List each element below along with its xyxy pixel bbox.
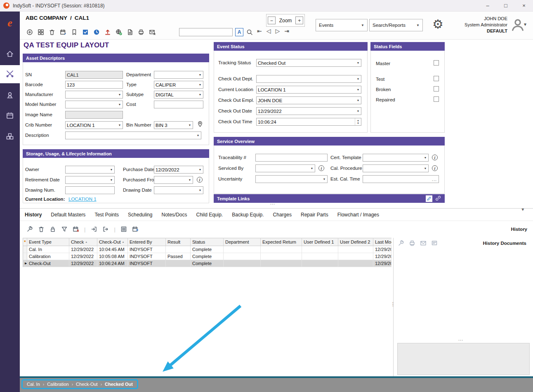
es-current-location-combo[interactable]: LOCATION 1▼ <box>256 86 361 94</box>
est-cal-time-field[interactable]: ... <box>363 175 439 183</box>
drawing-date-combo[interactable]: ▼ <box>154 186 203 194</box>
list-view-icon[interactable] <box>120 225 128 233</box>
sidebar-item-home[interactable] <box>0 45 20 63</box>
table-cell[interactable]: 10:04:45 AM <box>97 246 128 253</box>
tab-scheduling[interactable]: Scheduling <box>128 212 152 218</box>
table-cell[interactable]: Passed <box>166 253 191 260</box>
col-department[interactable]: Department <box>224 238 261 246</box>
tab-charges[interactable]: Charges <box>273 212 292 218</box>
barcode-field[interactable] <box>65 81 123 89</box>
events-dropdown[interactable]: Events ▼ <box>316 19 368 31</box>
col-check-in[interactable]: Check▲ <box>69 238 97 246</box>
table-cell[interactable]: 10:06:24 AM <box>97 260 128 267</box>
check-out-dept-combo[interactable]: ▼ <box>256 75 361 83</box>
drawing-num-field[interactable] <box>65 186 115 194</box>
table-cell[interactable] <box>338 246 373 253</box>
col-entered-by[interactable]: Entered By <box>128 238 166 246</box>
purchased-from-combo[interactable]: ▼ <box>154 176 193 184</box>
calendar-remove-icon[interactable] <box>72 225 80 233</box>
edit-pencil-icon[interactable] <box>426 195 432 202</box>
bookmark-icon[interactable] <box>70 28 78 36</box>
filter-icon[interactable] <box>60 225 68 233</box>
tab-test-points[interactable]: Test Points <box>94 212 119 218</box>
department-combo[interactable]: ▼ <box>154 71 203 79</box>
tab-default-masters[interactable]: Default Masters <box>51 212 85 218</box>
subtype-combo[interactable]: DIGITAL▼ <box>154 91 203 99</box>
table-cell[interactable] <box>261 246 302 253</box>
broken-checkbox[interactable] <box>434 86 439 92</box>
table-cell[interactable]: Calibration <box>27 253 69 260</box>
table-cell[interactable]: Complete <box>191 246 224 253</box>
minimize-button[interactable]: – <box>479 0 497 12</box>
calendar-add-icon[interactable] <box>132 225 139 233</box>
check-out-time-spinner[interactable]: 10:06:24 ▲▼ <box>256 118 361 126</box>
table-cell[interactable] <box>166 246 191 253</box>
purchase-date-combo[interactable]: 12/20/2022▼ <box>154 166 203 174</box>
location-pin-icon[interactable] <box>197 121 203 129</box>
user-menu-chevron-icon[interactable]: ▾ <box>524 21 526 27</box>
document-icon[interactable] <box>126 28 134 36</box>
print-icon[interactable] <box>137 28 145 36</box>
test-checkbox[interactable] <box>434 76 439 81</box>
ellipsis-button[interactable]: ... <box>432 177 439 182</box>
table-cell[interactable] <box>166 260 191 267</box>
table-cell[interactable] <box>302 253 338 260</box>
model-number-combo[interactable]: ▼ <box>65 101 123 108</box>
cert-template-combo[interactable]: ▼ <box>363 154 429 162</box>
nav-next-icon[interactable]: ▷ <box>276 28 280 34</box>
approve-check-icon[interactable] <box>81 28 90 36</box>
retirement-date-combo[interactable]: ▼ <box>65 176 115 184</box>
table-cell[interactable] <box>338 253 373 260</box>
close-button[interactable]: × <box>515 0 533 12</box>
table-cell[interactable]: INDYSOFT <box>128 246 166 253</box>
type-combo[interactable]: CALIPER▼ <box>154 81 203 89</box>
info-icon[interactable]: i <box>432 165 438 171</box>
table-cell[interactable]: Complete <box>191 253 224 260</box>
crib-number-combo[interactable]: LOCATION 1▼ <box>65 121 123 129</box>
table-cell[interactable] <box>224 253 261 260</box>
col-event-type[interactable]: Event Type <box>27 238 69 246</box>
search-icon[interactable] <box>245 28 254 36</box>
clock-icon[interactable] <box>92 28 101 36</box>
check-out-empl-combo[interactable]: JOHN DOE▼ <box>256 96 361 104</box>
tab-notes-docs[interactable]: Notes/Docs <box>161 212 187 218</box>
table-cell[interactable]: 12/29/2022 <box>373 253 391 260</box>
tracking-status-combo[interactable]: Checked Out▼ <box>256 59 361 67</box>
web-sync-icon[interactable] <box>115 28 123 36</box>
cal-procedure-combo[interactable]: ▼ <box>363 164 429 172</box>
sidebar-item-inventory[interactable] <box>0 128 20 146</box>
match-case-icon[interactable]: A <box>235 28 243 36</box>
tab-history[interactable]: History <box>25 212 42 218</box>
delete-icon[interactable] <box>37 225 45 233</box>
current-location-link[interactable]: LOCATION 1 <box>68 197 97 202</box>
table-cell[interactable]: Complete <box>191 260 224 267</box>
calendar-edit-icon[interactable] <box>59 28 67 36</box>
nav-prev-icon[interactable]: ◁ <box>266 28 271 34</box>
search-reports-dropdown[interactable]: Search/Reports ▼ <box>369 19 423 31</box>
layout-grid-icon[interactable] <box>37 28 45 36</box>
table-cell[interactable]: 12/29/2022 <box>373 246 391 253</box>
table-cell[interactable] <box>224 246 261 253</box>
bin-number-combo[interactable]: BIN 3▼ <box>154 121 193 129</box>
uncertainty-combo[interactable]: ▼ <box>255 175 328 183</box>
nav-first-icon[interactable]: ⇤ <box>257 28 262 34</box>
sidebar-item-equipment-tools[interactable] <box>0 65 20 83</box>
docs-ellipsis[interactable]: ... <box>458 336 463 341</box>
sidebar-item-machines[interactable] <box>0 87 20 105</box>
col-check-out[interactable]: Check-Out▲ <box>97 238 128 246</box>
col-user-defined-1[interactable]: User Defined 1 <box>302 238 338 246</box>
table-cell[interactable]: Check-Out <box>27 260 69 267</box>
table-cell[interactable] <box>224 260 261 267</box>
traceability-field[interactable] <box>255 154 328 162</box>
table-cell[interactable]: 12/29/2022 <box>69 246 97 253</box>
description-combo[interactable]: ▼ <box>65 131 201 139</box>
spinner-arrows-icon[interactable]: ▲▼ <box>355 118 361 125</box>
mail-icon[interactable] <box>148 28 156 36</box>
upload-icon[interactable] <box>104 28 112 36</box>
table-cell[interactable] <box>302 260 338 267</box>
add-record-icon[interactable] <box>26 28 34 36</box>
table-cell[interactable] <box>338 260 373 267</box>
serviced-by-combo[interactable]: ▼ <box>255 164 315 172</box>
zoom-out-button[interactable]: − <box>268 16 276 24</box>
table-cell[interactable]: INDYSOFT <box>128 253 166 260</box>
